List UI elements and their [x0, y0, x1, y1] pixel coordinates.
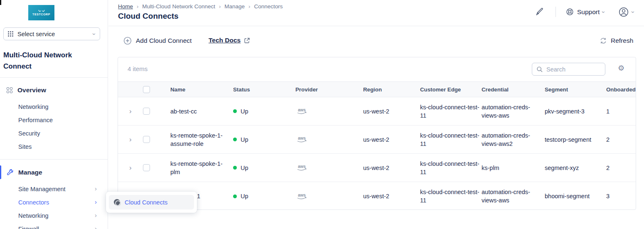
column-header-provider: Provider — [295, 82, 318, 97]
sidebar-item-connectors[interactable]: Connectors — [18, 198, 49, 207]
disc-icon — [114, 199, 120, 205]
row-checkbox[interactable] — [143, 136, 150, 143]
flyout-item-cloud-connects[interactable]: Cloud Connects — [109, 195, 194, 209]
aws-logo-icon: aws — [295, 135, 309, 143]
svg-text:aws: aws — [298, 108, 306, 112]
column-header-region: Region — [363, 82, 382, 97]
sidebar-item-security[interactable]: Security — [18, 129, 40, 138]
chevron-right-icon — [95, 198, 97, 205]
sidebar-divider — [0, 159, 108, 160]
cell-segment: testcorp-segment — [545, 126, 605, 153]
cell-provider: aws — [295, 126, 309, 153]
active-section-indicator — [0, 165, 1, 179]
cell-credential: ks-plm — [482, 154, 545, 182]
status-up-dot — [233, 138, 237, 141]
search-input[interactable] — [546, 66, 596, 73]
chevron-right-icon — [95, 185, 97, 192]
logo-text: TESTCORP — [32, 13, 50, 16]
cell-customer-edge: ks-cloud-connect-test-11 — [420, 126, 480, 153]
sidebar-section-manage[interactable]: Manage — [7, 167, 42, 178]
cell-provider: aws — [295, 154, 309, 182]
header-divider — [556, 7, 556, 17]
cell-onboarded: 1 — [606, 97, 610, 125]
row-checkbox[interactable] — [143, 108, 150, 115]
cell-onboarded: 3 — [606, 182, 610, 210]
tech-docs-label: Tech Docs — [209, 37, 241, 44]
sidebar-item-site-management[interactable]: Site Management — [18, 185, 66, 193]
column-header-onboarded: Onboarded V — [606, 82, 636, 97]
table-row: ks-remote-spoke-1-plm Up aws us-west-2 k… — [118, 154, 636, 182]
product-title: Multi-Cloud Network Connect — [3, 49, 93, 72]
aws-logo-icon: aws — [295, 107, 309, 115]
column-header-customer-edge: Customer Edge — [420, 82, 461, 97]
aws-logo-icon: aws — [295, 192, 309, 200]
sidebar-item-sites[interactable]: Sites — [18, 143, 32, 151]
breadcrumb-separator — [248, 3, 250, 10]
header-bottom-divider — [108, 26, 644, 26]
avatar-icon — [618, 7, 629, 17]
section-label: Manage — [18, 169, 42, 176]
column-header-name: Name — [170, 82, 185, 97]
cell-credential: automation-creds-views-aws — [482, 97, 545, 125]
column-header-status: Status — [233, 82, 250, 97]
chevron-down-icon — [601, 11, 607, 13]
row-checkbox[interactable] — [143, 164, 150, 171]
support-menu[interactable]: Support — [566, 8, 605, 16]
column-header-credential: Credential — [482, 82, 509, 97]
cloud-connects-table-card: 4 items Name Status Provider Region Cust… — [118, 57, 636, 210]
status-up-dot — [233, 166, 237, 170]
expand-row-icon[interactable] — [129, 107, 132, 116]
flyout-item-label: Cloud Connects — [125, 199, 167, 206]
cell-region: us-west-2 — [363, 126, 389, 153]
select-all-checkbox[interactable] — [143, 86, 150, 93]
cell-customer-edge: ks-cloud-connect-test-11 — [420, 182, 480, 210]
expand-row-icon[interactable] — [129, 164, 132, 172]
cell-status: Up — [233, 126, 248, 153]
sidebar-divider — [0, 77, 108, 78]
tech-docs-link[interactable]: Tech Docs — [209, 37, 250, 44]
cell-name: ks-remote-spoke-1-assume-role — [170, 126, 232, 153]
breadcrumb-separator — [137, 3, 138, 10]
page-title: Cloud Connects — [118, 12, 179, 21]
cell-region: us-west-2 — [363, 97, 389, 125]
sidebar-item-networking-manage[interactable]: Networking — [18, 212, 49, 220]
aws-logo-icon: aws — [295, 164, 309, 172]
sidebar: TESTCORP Select service Multi-Cloud Netw… — [0, 0, 108, 229]
service-select-dropdown[interactable]: Select service — [3, 27, 100, 40]
plus-circle-icon — [123, 37, 132, 45]
breadcrumb: Home Multi-Cloud Network Connect Manage … — [118, 3, 283, 10]
items-count: 4 items — [128, 65, 147, 72]
sidebar-section-overview[interactable]: Overview — [7, 84, 46, 96]
sidebar-item-networking[interactable]: Networking — [18, 103, 49, 111]
gear-icon[interactable] — [618, 64, 624, 72]
cell-customer-edge: ks-cloud-connect-test-11 — [420, 97, 480, 125]
wrench-icon — [7, 169, 13, 176]
account-menu[interactable] — [618, 7, 634, 17]
refresh-label: Refresh — [611, 37, 633, 44]
cell-segment: bhoomi-segment — [545, 182, 605, 210]
table-row: ks-remote-spoke-1-assume-role Up aws us-… — [118, 126, 636, 154]
chevron-down-icon — [630, 11, 637, 13]
table-header-row: Name Status Provider Region Customer Edg… — [118, 81, 636, 97]
search-icon — [536, 66, 543, 73]
add-cloud-connect-button[interactable]: Add Cloud Connect — [123, 37, 192, 45]
support-label: Support — [577, 8, 600, 16]
cell-status: Up — [233, 182, 248, 210]
overview-grid-icon — [7, 87, 12, 93]
chevron-down-icon — [91, 33, 98, 35]
chevron-right-icon — [95, 212, 97, 219]
breadcrumb-home-link[interactable]: Home — [118, 3, 133, 10]
page: TESTCORP Select service Multi-Cloud Netw… — [0, 0, 644, 229]
svg-text:aws: aws — [298, 193, 306, 197]
sidebar-item-firewall[interactable]: Firewall — [18, 225, 39, 229]
refresh-button[interactable]: Refresh — [600, 37, 633, 44]
external-link-icon — [244, 37, 250, 44]
cell-segment: pkv-segment-3 — [545, 97, 605, 125]
edit-pencil-button[interactable] — [535, 7, 544, 16]
cell-region: us-west-2 — [363, 182, 389, 210]
breadcrumb-item: Manage — [224, 3, 245, 10]
expand-row-icon[interactable] — [129, 135, 132, 144]
sidebar-item-performance[interactable]: Performance — [18, 116, 53, 124]
breadcrumb-item: Multi-Cloud Network Connect — [142, 3, 215, 10]
add-cloud-connect-label: Add Cloud Connect — [136, 37, 192, 44]
